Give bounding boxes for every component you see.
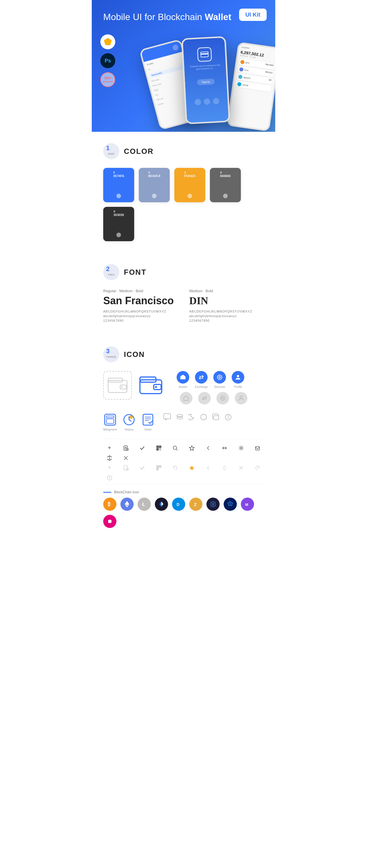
check-icon [136,444,148,451]
svg-marker-73 [189,466,194,470]
svg-rect-21 [106,416,114,418]
svg-marker-80 [125,501,129,505]
plus-icon: + [103,444,116,451]
svg-line-56 [176,449,178,450]
discover-icon-outline [217,392,229,404]
svg-point-31 [177,414,182,417]
svg-rect-34 [214,416,219,420]
profile-icon-item: Profile [232,371,244,389]
exchange-icon-outline [198,392,211,404]
small-icon-grid-active: + [103,444,264,461]
svg-point-19 [240,396,242,398]
check-icon-gray [136,464,148,471]
bubble-icon [212,413,220,422]
wings-icon [155,498,168,511]
svg-point-55 [173,446,177,450]
nav-icons-outline [177,392,248,404]
x-icon-gray [235,464,247,471]
section-num-2: 2 TWO [103,264,119,280]
chat-icon [163,413,171,422]
phone-center: Character may be mastered in the good mo… [181,36,230,124]
svg-point-17 [221,396,225,401]
font-section: 2 TWO FONT Regular · Medium · Bold San F… [92,253,275,335]
small-icon-grid-inactive: + [103,464,264,481]
divider-2 [103,484,264,485]
exchange-icon-item: Exchange [195,371,207,389]
send-icon [251,444,264,451]
chevron-left-icon [202,444,214,451]
section-num-1: 1 ONE [103,143,119,159]
exchange-icon [195,371,207,383]
svg-point-18 [222,397,224,399]
circle-icon [200,413,207,422]
ui-kit-badge: UI Kit [239,9,266,21]
redo-icon-gray [251,464,264,471]
svg-rect-10 [154,384,161,390]
discover-icon-item: Discover [213,371,226,389]
wallet-icon-outline-gray [103,371,132,400]
small-icons-row [163,413,232,422]
phones-container: Profile AI Mainwallet Message Real Card … [149,34,275,132]
profile-icon [232,371,244,383]
color-swatches: #3574FA #8DA0C8 #F5A623 #666666 #303030 [103,168,264,241]
share-icon [219,444,231,451]
svg-rect-59 [255,446,259,450]
icon-section: 3 THREE ICON [92,335,275,539]
assets-icon-outline [180,392,192,404]
header: Mobile UI for Blockchain Wallet UI Kit P… [92,0,275,132]
qrl-icon [206,498,220,511]
order-icon-item: Order [141,413,154,431]
svg-marker-90 [229,502,232,505]
svg-rect-22 [106,419,114,424]
discover-icon [213,371,226,383]
gnt-icon [224,498,237,511]
history-icon-item: ! History [122,413,136,431]
svg-point-7 [121,386,123,388]
svg-point-11 [155,386,157,388]
svg-point-32 [201,414,206,420]
qr-icon [152,444,165,451]
svg-text:!: ! [131,416,132,419]
litecoin-icon: Ł [138,498,151,511]
color-section-header: 1 ONE COLOR [103,143,264,159]
search-icon [169,444,181,451]
wallet-outline-group [103,371,165,400]
refresh-icon-gray [169,464,181,471]
assets-icon-item: Assets [177,371,189,389]
blockchain-label: BlockChain Icon [103,490,264,494]
svg-point-37 [228,415,228,416]
svg-point-13 [217,375,222,379]
settings-icon [235,444,247,451]
document-edit-icon [119,444,132,451]
svg-rect-26 [143,414,153,425]
bitcoin-icon: ₿ [103,498,116,511]
svg-text:M: M [245,502,248,507]
moon-icon [188,413,195,422]
svg-rect-49 [160,446,161,447]
svg-point-14 [219,376,221,378]
star-icon [186,444,198,451]
svg-rect-72 [157,469,158,469]
svg-rect-70 [157,466,158,467]
badge-row: Ps 60+ Screens [101,34,115,87]
info-icon-gray [103,475,116,481]
screens-badge: 60+ Screens [101,72,115,87]
stack-icon [176,413,184,422]
nav-icons-filled: Assets Exchange [177,371,248,389]
svg-text:D: D [177,502,179,507]
matic-icon: M [241,498,254,511]
svg-point-78 [109,477,110,477]
svg-rect-48 [157,446,158,447]
second-icon-row: Mangment ! History Order [103,413,264,431]
management-icon-item: Mangment [103,413,117,431]
svg-marker-16 [184,396,188,401]
document-edit-icon-gray [119,464,132,471]
swatch-gray-blue: #8DA0C8 [139,168,170,202]
blockchain-line [103,492,111,493]
dp-icon [103,515,116,528]
plus-icon-gray: + [103,464,116,471]
dash-icon: D [172,498,185,511]
chevron-left-icon-gray [202,464,214,471]
close-icon [119,455,132,461]
svg-point-94 [108,520,110,523]
